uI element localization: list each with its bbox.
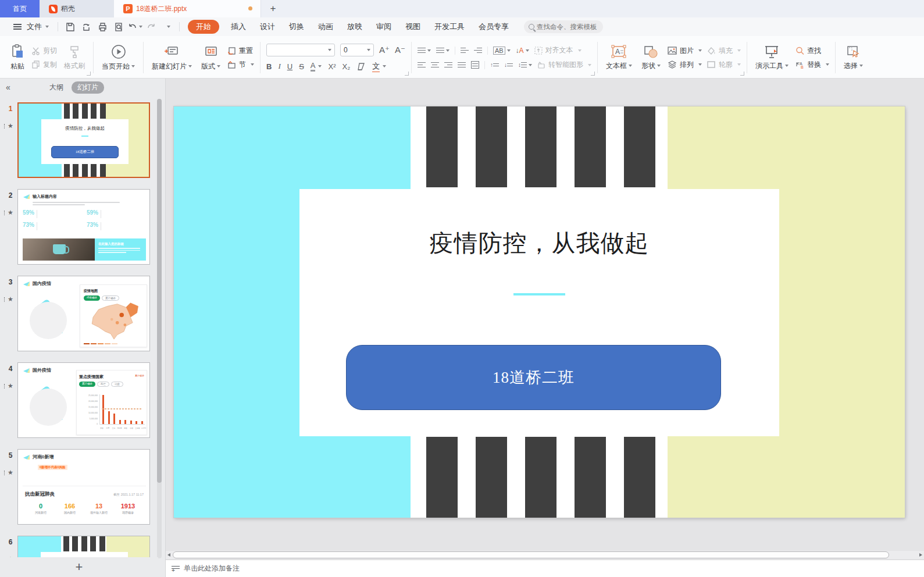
superscript-button[interactable]: X² bbox=[328, 62, 336, 71]
print-button[interactable] bbox=[95, 20, 110, 33]
select-button[interactable]: 选择 bbox=[841, 44, 865, 72]
chevron-down-icon bbox=[859, 65, 863, 67]
presentation-tools-button[interactable]: 演示工具 bbox=[753, 44, 791, 72]
slide-thumbnail-4[interactable]: 国外疫情 重点疫情国家 累计确诊 累计确诊 死亡 治愈 bbox=[17, 362, 150, 438]
outline-button[interactable]: 轮廓 bbox=[707, 60, 741, 70]
slide-title[interactable]: 疫情防控，从我做起 bbox=[299, 227, 779, 259]
arrange-button[interactable]: 排列 bbox=[668, 60, 702, 70]
presentation-tools-icon bbox=[764, 45, 780, 59]
ribbon-tab-home[interactable]: 开始 bbox=[188, 20, 219, 34]
slide-thumbnail-1[interactable]: 疫情防控，从我做起 18道桥二班 bbox=[17, 102, 150, 178]
strikethrough-button[interactable]: S bbox=[299, 62, 304, 71]
main-slide[interactable]: 疫情防控，从我做起 18道桥二班 bbox=[174, 106, 905, 518]
subtitle-shape[interactable]: 18道桥二班 bbox=[346, 345, 721, 410]
textbox-button[interactable]: A 文本框 bbox=[604, 44, 634, 72]
ribbon-tab-design[interactable]: 设计 bbox=[253, 22, 282, 32]
tab-outline[interactable]: 大纲 bbox=[49, 83, 63, 92]
scrollbar-thumb[interactable] bbox=[173, 551, 889, 558]
bold-button[interactable]: B bbox=[266, 62, 272, 71]
format-painter-button[interactable]: 格式刷 bbox=[62, 44, 87, 72]
section-button[interactable]: 节 bbox=[227, 60, 254, 70]
badge-recovered: 治愈 bbox=[111, 382, 123, 387]
reset-button[interactable]: 重置 bbox=[227, 46, 254, 56]
align-right-button[interactable] bbox=[444, 60, 452, 69]
font-name-combobox[interactable] bbox=[266, 44, 335, 56]
underline-button[interactable]: U bbox=[287, 62, 292, 71]
horizontal-scrollbar[interactable] bbox=[166, 551, 924, 559]
align-left-button[interactable] bbox=[418, 60, 426, 69]
slide-thumbnail-3[interactable]: 国内疫情 疫情地图 现有确诊 累计确诊 bbox=[17, 276, 150, 351]
grow-font-button[interactable]: A⁺ bbox=[379, 45, 390, 55]
scroll-right-arrow-icon[interactable] bbox=[919, 553, 922, 557]
align-center-button[interactable] bbox=[431, 60, 439, 69]
ribbon-tab-membership[interactable]: 会员专享 bbox=[472, 22, 516, 32]
save-button[interactable] bbox=[62, 20, 77, 33]
add-slide-button[interactable]: + bbox=[0, 557, 158, 577]
increase-indent-button[interactable] bbox=[474, 46, 482, 55]
tab-docer[interactable]: 稻壳 bbox=[40, 0, 114, 17]
ribbon-tab-review[interactable]: 审阅 bbox=[369, 22, 398, 32]
ribbon-tab-transition[interactable]: 切换 bbox=[282, 22, 311, 32]
scroll-left-arrow-icon[interactable] bbox=[167, 553, 170, 557]
dialog-launcher-icon[interactable] bbox=[591, 72, 595, 76]
spacing-before-button[interactable]: ↑ bbox=[490, 62, 499, 68]
play-from-current-button[interactable]: 当页开始 bbox=[99, 43, 137, 73]
shrink-font-button[interactable]: A⁻ bbox=[395, 45, 405, 55]
spacing-after-button[interactable]: ↓ bbox=[504, 62, 513, 68]
ribbon-tab-developer[interactable]: 开发工具 bbox=[427, 22, 472, 32]
layout-button[interactable]: 版式 bbox=[199, 43, 223, 73]
dialog-launcher-icon[interactable] bbox=[87, 72, 91, 76]
smart-graphic-button[interactable]: 转智能图形 bbox=[537, 60, 591, 70]
notes-bar[interactable]: 单击此处添加备注 bbox=[166, 560, 924, 577]
font-size-combobox[interactable]: 0 bbox=[340, 44, 374, 56]
subscript-button[interactable]: X₂ bbox=[342, 62, 350, 71]
bullet-list-button[interactable] bbox=[418, 46, 431, 55]
align-text-button[interactable]: 对齐文本 bbox=[534, 45, 581, 55]
copy-button[interactable]: 复制 bbox=[31, 60, 57, 70]
tab-home[interactable]: 首页 bbox=[0, 0, 40, 17]
customize-toolbar-button[interactable] bbox=[160, 20, 175, 33]
text-direction-button[interactable]: ↓A bbox=[516, 47, 524, 55]
dialog-launcher-icon[interactable] bbox=[740, 72, 744, 76]
print-preview-button[interactable] bbox=[111, 20, 126, 33]
clear-format-icon[interactable] bbox=[356, 63, 366, 70]
undo-button[interactable] bbox=[127, 20, 142, 33]
export-button[interactable] bbox=[79, 20, 94, 33]
justify-button[interactable] bbox=[458, 60, 466, 69]
decrease-indent-button[interactable] bbox=[461, 46, 469, 55]
stat-value: 166 bbox=[55, 503, 84, 510]
ribbon-tab-insert[interactable]: 插入 bbox=[224, 22, 253, 32]
tab-slides[interactable]: 幻灯片 bbox=[72, 81, 104, 94]
distribute-button[interactable] bbox=[471, 61, 479, 69]
cut-button[interactable]: 剪切 bbox=[31, 46, 57, 56]
chevron-down-icon bbox=[427, 49, 431, 52]
slide-thumbnail-2[interactable]: 输入标题内容 59% 59% 73% 73% 在此输入您的标题 bbox=[17, 189, 150, 265]
paste-button[interactable]: 粘贴 bbox=[8, 43, 27, 73]
find-button[interactable]: 查找 bbox=[795, 46, 829, 56]
phonetic-guide-button[interactable]: 文 bbox=[372, 61, 380, 72]
italic-button[interactable]: I bbox=[278, 62, 280, 71]
tab-document[interactable]: P 18道桥二班.pptx bbox=[114, 0, 261, 17]
new-slide-button[interactable]: 新建幻灯片 bbox=[149, 43, 194, 73]
ribbon-tab-view[interactable]: 视图 bbox=[398, 22, 427, 32]
redo-button[interactable] bbox=[144, 20, 159, 33]
picture-button[interactable]: 图片 bbox=[668, 46, 702, 56]
slide-thumbnail-5[interactable]: 河南0新增 0新增不代表0风险 抗击新冠肺炎 截至 2021.1.17 11:1… bbox=[17, 449, 150, 525]
ribbon-tab-slideshow[interactable]: 放映 bbox=[340, 22, 369, 32]
search-input[interactable] bbox=[537, 23, 600, 30]
font-color-button[interactable]: A bbox=[311, 61, 316, 72]
line-spacing-button[interactable]: ↕ bbox=[518, 60, 532, 69]
shapes-button[interactable]: 形状 bbox=[639, 44, 663, 72]
fill-button[interactable]: 填充 bbox=[707, 46, 741, 56]
sidebar-scrollbar[interactable] bbox=[157, 99, 162, 558]
numbered-list-button[interactable] bbox=[436, 46, 449, 55]
character-spacing-button[interactable]: AB bbox=[493, 47, 505, 55]
file-menu[interactable]: 文件 bbox=[0, 17, 54, 36]
replace-button[interactable]: AB 替换 bbox=[795, 60, 829, 70]
new-tab-button[interactable]: + bbox=[261, 0, 285, 17]
scrollbar-thumb[interactable] bbox=[157, 99, 162, 483]
dialog-launcher-icon[interactable] bbox=[405, 72, 409, 76]
command-search[interactable] bbox=[524, 20, 603, 33]
ribbon-tab-animation[interactable]: 动画 bbox=[311, 22, 340, 32]
section-icon bbox=[227, 60, 236, 69]
